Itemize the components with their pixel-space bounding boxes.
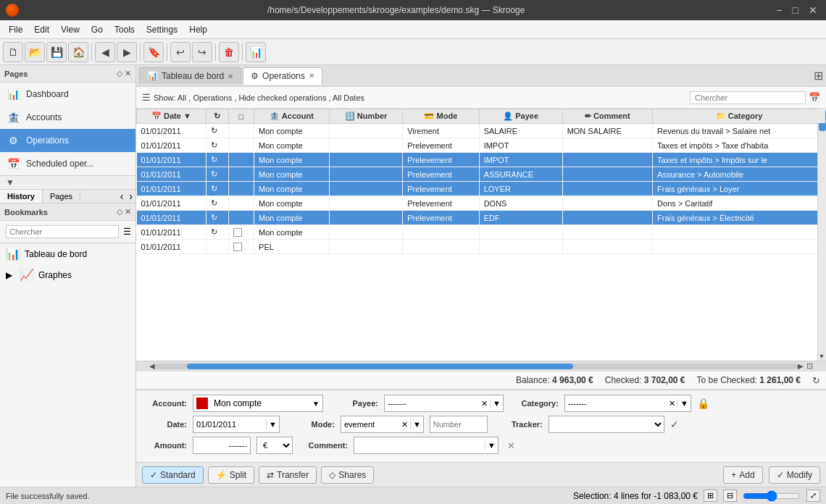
- new-button[interactable]: 🗋: [3, 42, 23, 62]
- split-button[interactable]: ⚡ Split: [208, 466, 254, 484]
- comment-input[interactable]: [354, 440, 485, 451]
- col-mode[interactable]: 💳 Mode: [403, 109, 480, 124]
- scroll-down-button[interactable]: ▼: [818, 352, 825, 361]
- category-clear-button[interactable]: ✕: [667, 399, 677, 408]
- payee-clear-button[interactable]: ✕: [479, 399, 490, 408]
- sidebar-item-operations[interactable]: ⚙ Operations: [0, 129, 135, 152]
- table-row[interactable]: 01/01/2011 ↻ Mon compte: [137, 225, 826, 240]
- chart-button[interactable]: 📊: [246, 42, 266, 62]
- zoom-expand[interactable]: ⤢: [806, 490, 820, 502]
- table-row[interactable]: 01/01/2011 ↻ Mon compte Prelevement DONS…: [137, 196, 826, 211]
- cell-check[interactable]: [228, 240, 254, 254]
- cell-check[interactable]: [228, 124, 254, 138]
- cell-check[interactable]: [228, 153, 254, 167]
- selection-action-1[interactable]: ⊞: [704, 490, 717, 502]
- date-dropdown-button[interactable]: ▼: [266, 420, 279, 429]
- table-row[interactable]: 01/01/2011 ↻ Mon compte Prelevement EDF …: [137, 211, 826, 225]
- bookmark-tableau[interactable]: 📊 Tableau de bord: [0, 243, 135, 264]
- cell-check[interactable]: [228, 167, 254, 182]
- payee-field[interactable]: ✕ ▼: [384, 395, 504, 412]
- bookmark-button[interactable]: 🔖: [143, 42, 164, 62]
- tracker-select[interactable]: [548, 416, 664, 433]
- menu-settings[interactable]: Settings: [141, 23, 183, 36]
- selection-action-2[interactable]: ⊟: [723, 490, 737, 502]
- balance-refresh-button[interactable]: ↻: [812, 375, 820, 386]
- cell-check[interactable]: [228, 196, 254, 211]
- redo-button[interactable]: ↪: [192, 42, 212, 62]
- shares-button[interactable]: ◇ Shares: [321, 466, 374, 484]
- mode-input[interactable]: [341, 419, 399, 430]
- sidebar-item-dashboard[interactable]: 📊 Dashboard: [0, 83, 135, 106]
- table-row[interactable]: 01/01/2011 PEL: [137, 240, 826, 254]
- scroll-left-button[interactable]: ◀: [149, 362, 155, 370]
- forward-button[interactable]: ▶: [117, 42, 137, 62]
- payee-dropdown-button[interactable]: ▼: [490, 399, 503, 408]
- table-row[interactable]: 01/01/2011 ↻ Mon compte Virement SALAIRE…: [137, 124, 826, 138]
- panel-close-button[interactable]: ✕: [125, 69, 131, 78]
- cell-check[interactable]: [228, 138, 254, 153]
- number-input[interactable]: [430, 416, 488, 433]
- col-number[interactable]: 🔢 Number: [330, 109, 403, 124]
- account-select[interactable]: Mon compte ▼: [193, 395, 323, 412]
- table-row[interactable]: 01/01/2011 ↻ Mon compte Prelevement IMPO…: [137, 138, 826, 153]
- bookmark-graphes[interactable]: ▶ 📈 Graphes: [0, 264, 135, 285]
- cell-check[interactable]: [228, 225, 254, 240]
- menu-view[interactable]: View: [55, 23, 85, 36]
- open-button[interactable]: 📂: [25, 42, 45, 62]
- category-input[interactable]: [565, 398, 667, 409]
- scroll-right-button[interactable]: ▶: [798, 362, 804, 370]
- table-row[interactable]: 01/01/2011 ↻ Mon compte Prelevement ASSU…: [137, 167, 826, 182]
- mode-dropdown-button[interactable]: ▼: [410, 420, 423, 429]
- minimize-button[interactable]: −: [773, 4, 785, 16]
- comment-dropdown-button[interactable]: ▼: [485, 441, 498, 450]
- tab-operations-close[interactable]: ✕: [309, 72, 314, 80]
- modify-button[interactable]: ✓ Modify: [769, 466, 820, 484]
- lock-button[interactable]: 🔒: [697, 398, 709, 409]
- tab-new-button[interactable]: ⊞: [814, 69, 823, 83]
- account-dropdown-icon[interactable]: ▼: [312, 400, 320, 408]
- col-account[interactable]: 🏦 Account: [254, 109, 330, 124]
- delete-button[interactable]: 🗑: [219, 42, 239, 62]
- menu-edit[interactable]: Edit: [28, 23, 55, 36]
- tab-history[interactable]: History: [0, 190, 43, 203]
- bookmarks-search[interactable]: [6, 225, 119, 238]
- tracker-check-button[interactable]: ✓: [670, 419, 679, 430]
- tab-nav-right[interactable]: ›: [126, 190, 135, 203]
- menu-tools[interactable]: Tools: [109, 23, 141, 36]
- menu-help[interactable]: Help: [183, 23, 213, 36]
- undo-button[interactable]: ↩: [170, 42, 191, 62]
- col-category[interactable]: 📁 Category: [653, 109, 826, 124]
- col-recur[interactable]: ↻: [206, 109, 228, 124]
- tab-tableau[interactable]: 📊 Tableau de bord ✕: [139, 67, 241, 84]
- vertical-scrollbar[interactable]: ▲ ▼: [817, 109, 826, 361]
- horizontal-scrollbar[interactable]: ◀ ▶ ⊡: [136, 361, 826, 371]
- sidebar-item-accounts[interactable]: 🏦 Accounts: [0, 106, 135, 129]
- category-dropdown-button[interactable]: ▼: [677, 399, 691, 408]
- home-button[interactable]: 🏠: [68, 42, 88, 62]
- col-comment[interactable]: ✏ Comment: [562, 109, 652, 124]
- table-row[interactable]: 01/01/2011 ↻ Mon compte Prelevement LOYE…: [137, 182, 826, 196]
- zoom-slider[interactable]: [743, 490, 801, 502]
- comment-field[interactable]: ▼: [354, 437, 498, 454]
- tab-nav-left[interactable]: ‹: [117, 190, 127, 203]
- menu-file[interactable]: File: [3, 23, 28, 36]
- standard-button[interactable]: ✓ Standard: [142, 466, 204, 484]
- save-button[interactable]: 💾: [46, 42, 67, 62]
- bookmarks-pin[interactable]: ◇: [117, 207, 122, 217]
- maximize-button[interactable]: □: [790, 4, 801, 16]
- close-button[interactable]: ✕: [806, 4, 820, 16]
- mode-clear-button[interactable]: ✕: [399, 420, 410, 429]
- payee-input[interactable]: [385, 398, 479, 409]
- bookmarks-close[interactable]: ✕: [125, 207, 131, 217]
- calendar-icon[interactable]: 📅: [809, 92, 820, 103]
- cell-check[interactable]: [228, 182, 254, 196]
- bookmarks-list-view[interactable]: ☰: [122, 225, 133, 238]
- scroll-thumb[interactable]: [187, 364, 572, 369]
- tab-tableau-close[interactable]: ✕: [228, 72, 233, 80]
- transfer-button[interactable]: ⇄ Transfer: [259, 466, 317, 484]
- panel-pin-button[interactable]: ◇: [117, 69, 122, 78]
- cell-check[interactable]: [228, 211, 254, 225]
- date-input[interactable]: [193, 419, 266, 430]
- table-row[interactable]: 01/01/2011 ↻ Mon compte Prelevement IMPO…: [137, 153, 826, 167]
- add-button[interactable]: + Add: [723, 466, 762, 484]
